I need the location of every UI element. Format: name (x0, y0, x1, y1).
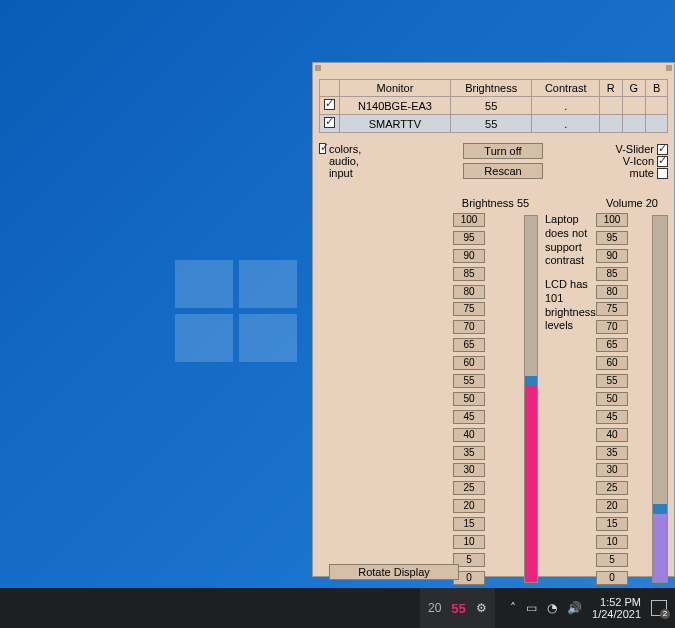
step-button[interactable]: 65 (453, 338, 485, 352)
table-row[interactable]: N140BGE-EA355. (320, 97, 668, 115)
step-button[interactable]: 100 (596, 213, 628, 227)
step-button[interactable]: 30 (596, 463, 628, 477)
step-button[interactable]: 55 (596, 374, 628, 388)
step-button[interactable]: 0 (596, 571, 628, 585)
step-button[interactable]: 45 (596, 410, 628, 424)
battery-icon[interactable]: ▭ (526, 601, 537, 615)
step-button[interactable]: 20 (453, 499, 485, 513)
step-button[interactable]: 45 (453, 410, 485, 424)
step-button[interactable]: 50 (596, 392, 628, 406)
checkbox-icon[interactable] (324, 99, 335, 110)
step-button[interactable]: 35 (596, 446, 628, 460)
brightness-app-window: Monitor Brightness Contrast R G B N140BG… (312, 62, 675, 577)
col-g: G (622, 80, 645, 97)
tray-volume-value: 20 (428, 601, 441, 615)
brightness-label: Brightness 55 (453, 197, 538, 209)
monitor-name: SMARTTV (340, 115, 451, 133)
turn-off-button[interactable]: Turn off (463, 143, 543, 159)
col-brightness: Brightness (450, 80, 532, 97)
brightness-slider[interactable]: 1009590858075706560555045403530252015105… (453, 213, 538, 585)
col-r: R (600, 80, 623, 97)
step-button[interactable]: 40 (453, 428, 485, 442)
step-button[interactable]: 70 (596, 320, 628, 334)
step-button[interactable]: 100 (453, 213, 485, 227)
step-button[interactable]: 75 (453, 302, 485, 316)
step-button[interactable]: 30 (453, 463, 485, 477)
info-note: Laptop does not support contrast LCD has… (545, 213, 603, 343)
step-button[interactable]: 95 (453, 231, 485, 245)
chevron-up-icon[interactable]: ˄ (510, 601, 516, 615)
gear-icon[interactable]: ⚙ (476, 601, 487, 615)
tray-brightness-widget[interactable]: 20 55 ⚙ (420, 588, 495, 628)
step-button[interactable]: 80 (596, 285, 628, 299)
col-b: B (646, 80, 668, 97)
step-button[interactable]: 15 (453, 517, 485, 531)
step-button[interactable]: 65 (596, 338, 628, 352)
brightness-bar[interactable] (524, 215, 538, 583)
step-button[interactable]: 95 (596, 231, 628, 245)
step-button[interactable]: 75 (596, 302, 628, 316)
step-button[interactable]: 70 (453, 320, 485, 334)
notification-icon[interactable]: 2 (651, 600, 667, 616)
step-button[interactable]: 50 (453, 392, 485, 406)
checkbox-icon (657, 156, 668, 167)
step-button[interactable]: 5 (596, 553, 628, 567)
step-button[interactable]: 60 (596, 356, 628, 370)
step-button[interactable]: 35 (453, 446, 485, 460)
rescan-button[interactable]: Rescan (463, 163, 543, 179)
taskbar[interactable]: 20 55 ⚙ ˄ ▭ ◔ 🔊 1:52 PM 1/24/2021 2 (0, 588, 675, 628)
step-button[interactable]: 25 (453, 481, 485, 495)
monitor-table: Monitor Brightness Contrast R G B N140BG… (319, 79, 668, 133)
window-menu-icon[interactable] (315, 65, 321, 71)
col-contrast: Contrast (532, 80, 600, 97)
step-button[interactable]: 90 (596, 249, 628, 263)
system-tray: ˄ ▭ ◔ 🔊 1:52 PM 1/24/2021 2 (510, 596, 675, 620)
clock[interactable]: 1:52 PM 1/24/2021 (592, 596, 641, 620)
checkbox-icon (319, 143, 326, 154)
monitor-name: N140BGE-EA3 (340, 97, 451, 115)
col-monitor: Monitor (340, 80, 451, 97)
window-titlebar[interactable] (313, 63, 674, 73)
step-button[interactable]: 40 (596, 428, 628, 442)
step-button[interactable]: 85 (596, 267, 628, 281)
rotate-display-button[interactable]: Rotate Display (329, 564, 459, 580)
step-button[interactable]: 90 (453, 249, 485, 263)
mute-checkbox[interactable]: mute (598, 167, 668, 179)
step-button[interactable]: 20 (596, 499, 628, 513)
checkbox-icon (657, 168, 668, 179)
tray-brightness-value: 55 (451, 601, 465, 616)
step-button[interactable]: 15 (596, 517, 628, 531)
table-row[interactable]: SMARTTV55. (320, 115, 668, 133)
desktop-wallpaper-logo (175, 260, 305, 370)
step-button[interactable]: 10 (453, 535, 485, 549)
step-button[interactable]: 55 (453, 374, 485, 388)
colors-audio-input-label: colors, audio, input (329, 143, 379, 179)
step-button[interactable]: 85 (453, 267, 485, 281)
window-close-icon[interactable] (666, 65, 672, 71)
step-button[interactable]: 60 (453, 356, 485, 370)
volume-slider[interactable]: 1009590858075706560555045403530252015105… (596, 213, 668, 585)
speaker-icon[interactable]: 🔊 (567, 601, 582, 615)
wifi-icon[interactable]: ◔ (547, 601, 557, 615)
checkbox-icon[interactable] (324, 117, 335, 128)
volume-label: Volume 20 (596, 197, 668, 209)
step-button[interactable]: 10 (596, 535, 628, 549)
volume-bar[interactable] (652, 215, 668, 583)
notification-badge: 2 (660, 609, 670, 619)
colors-audio-input-checkbox[interactable]: colors, audio, input (319, 143, 379, 179)
step-button[interactable]: 80 (453, 285, 485, 299)
step-button[interactable]: 25 (596, 481, 628, 495)
vicon-checkbox[interactable]: V-Icon (598, 155, 668, 167)
